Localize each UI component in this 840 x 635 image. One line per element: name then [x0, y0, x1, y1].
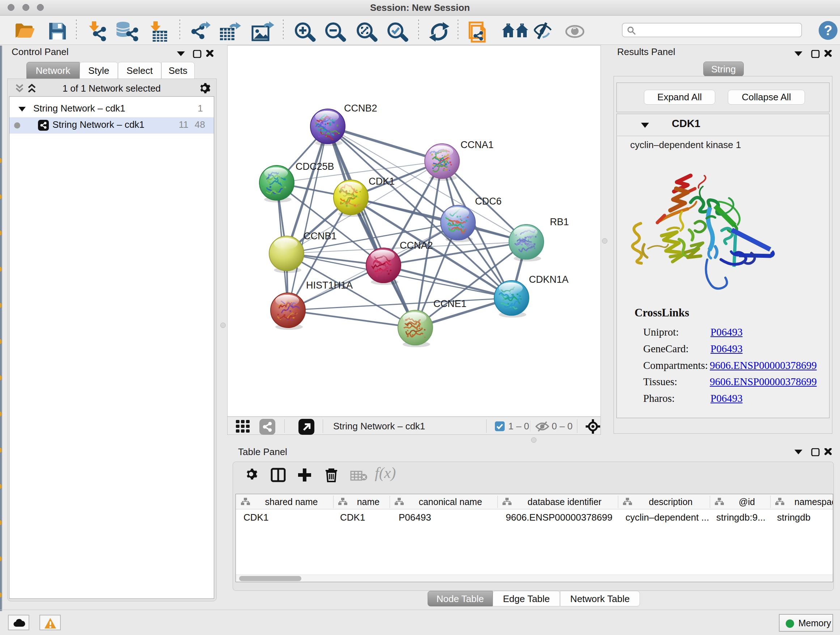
svg-text:?: ?: [824, 23, 832, 38]
svg-text:CDKN1A: CDKN1A: [529, 274, 569, 285]
svg-text:CDK1: CDK1: [369, 176, 395, 187]
svg-text:CDC25B: CDC25B: [295, 161, 334, 172]
svg-text:CCNA2: CCNA2: [400, 240, 433, 251]
svg-text:CCNB2: CCNB2: [344, 103, 377, 114]
svg-text:CCNE1: CCNE1: [433, 298, 467, 309]
svg-text:HIST1H1A: HIST1H1A: [306, 280, 353, 291]
svg-text:CDC6: CDC6: [475, 196, 502, 207]
svg-text:RB1: RB1: [550, 217, 569, 227]
svg-text:CCNB1: CCNB1: [303, 231, 337, 241]
svg-text:CCNA1: CCNA1: [461, 139, 494, 150]
